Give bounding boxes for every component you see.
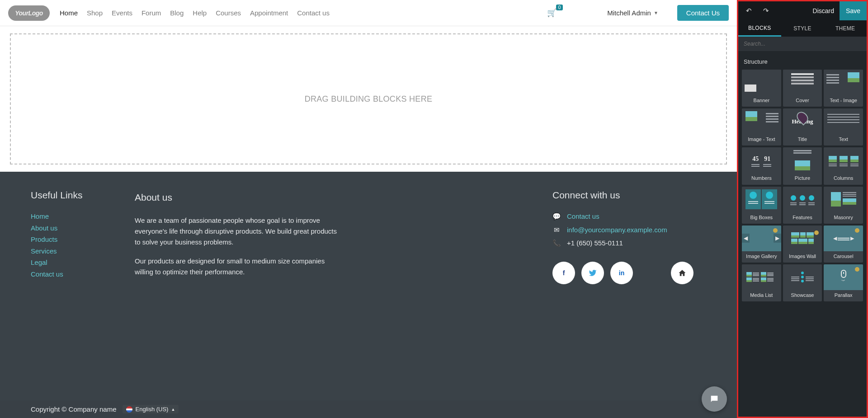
drop-zone[interactable]: DRAG BUILDING BLOCKS HERE (10, 33, 727, 164)
block-thumb (783, 187, 822, 212)
page-footer: Useful Links Home About us Products Serv… (0, 172, 737, 400)
block-thumb (824, 187, 863, 212)
block-images-wall[interactable]: Images Wall (783, 225, 822, 263)
block-text[interactable]: Text (824, 108, 863, 146)
undo-icon[interactable]: ↶ (742, 7, 755, 15)
block-thumb (742, 264, 781, 290)
linkedin-icon[interactable]: in (610, 262, 633, 284)
block-cover[interactable]: Cover (783, 70, 822, 107)
block-picture[interactable]: Picture (783, 147, 822, 184)
nav-shop[interactable]: Shop (87, 9, 103, 17)
cart-badge: 0 (556, 5, 563, 10)
block-banner[interactable]: Banner (742, 70, 781, 107)
block-big-boxes[interactable]: Big Boxes (742, 187, 781, 224)
footer-link-legal[interactable]: Legal (31, 257, 108, 268)
nav-appointment[interactable]: Appointment (250, 9, 288, 17)
footer-link-services[interactable]: Services (31, 245, 108, 257)
footer-link-contact[interactable]: Contact us (31, 268, 108, 280)
caret-up-icon: ▲ (171, 407, 175, 412)
connect-email-link[interactable]: info@yourcompany.example.com (567, 224, 667, 236)
connect-title: Connect with us (552, 190, 706, 201)
block-thumb (783, 264, 822, 290)
block-thumb (824, 108, 863, 134)
about-paragraph-2: Our products are designed for small to m… (135, 256, 343, 277)
redo-icon[interactable]: ↷ (759, 7, 773, 15)
block-grid: Banner Cover Text - Image Image - Text H… (742, 70, 863, 301)
blocks-panel: Structure Banner Cover Text - Image Imag… (738, 51, 867, 417)
language-selector[interactable]: English (US) ▲ (123, 405, 179, 413)
block-columns[interactable]: Columns (824, 147, 863, 184)
editor-sidebar: ↶ ↷ Discard Save BLOCKS STYLE THEME Stru… (737, 0, 868, 418)
discard-button[interactable]: Discard (813, 7, 834, 14)
speech-bubble-icon: 💬 (552, 211, 561, 222)
caret-down-icon: ▼ (654, 10, 658, 15)
block-thumb (824, 147, 863, 173)
block-features[interactable]: Features (783, 187, 822, 224)
envelope-icon: ✉ (552, 224, 561, 236)
block-masonry[interactable]: Masonry (824, 187, 863, 224)
connect-phone: +1 (650) 555-0111 (567, 237, 623, 249)
block-numbers[interactable]: 45 91 Numbers (742, 147, 781, 184)
nav-contactus[interactable]: Contact us (297, 9, 330, 17)
block-search-input[interactable] (738, 37, 867, 51)
tab-theme[interactable]: THEME (824, 20, 867, 37)
tab-style[interactable]: STYLE (781, 20, 824, 37)
block-thumb (783, 147, 822, 173)
nav-links: Home Shop Events Forum Blog Help Courses… (60, 9, 330, 17)
facebook-icon[interactable]: f (552, 262, 575, 284)
contact-us-button[interactable]: Contact Us (677, 5, 729, 21)
block-thumb: 45 91 (742, 147, 781, 173)
block-carousel[interactable]: ◀▶ Carousel (824, 225, 863, 263)
cart-icon[interactable]: 🛒0 (547, 8, 557, 18)
svg-point-2 (715, 398, 716, 399)
nav-home[interactable]: Home (60, 9, 78, 17)
flag-icon (126, 406, 132, 413)
svg-point-0 (712, 398, 713, 399)
user-menu[interactable]: Mitchell Admin ▼ (607, 9, 658, 17)
svg-point-1 (714, 398, 715, 399)
footer-link-products[interactable]: Products (31, 234, 108, 245)
block-image-gallery[interactable]: ◀▶ Image Gallery (742, 225, 781, 263)
nav-forum[interactable]: Forum (142, 9, 161, 17)
nav-courses[interactable]: Courses (216, 9, 241, 17)
block-title[interactable]: Heading Title (783, 108, 822, 146)
block-parallax[interactable]: ︾ Parallax (824, 264, 863, 301)
nav-help[interactable]: Help (193, 9, 207, 17)
block-thumb (742, 70, 781, 95)
tab-blocks[interactable]: BLOCKS (738, 20, 781, 37)
editor-toolbar: ↶ ↷ Discard Save (738, 1, 867, 20)
footer-about: About us We are a team of passionate peo… (135, 190, 343, 387)
block-image-text[interactable]: Image - Text (742, 108, 781, 146)
drop-zone-label: DRAG BUILDING BLOCKS HERE (305, 94, 433, 104)
block-showcase[interactable]: Showcase (783, 264, 822, 301)
twitter-icon[interactable] (581, 262, 604, 284)
block-thumb (742, 108, 781, 134)
block-thumb (783, 70, 822, 95)
block-thumb (742, 187, 781, 212)
about-title: About us (135, 190, 343, 205)
block-thumb: ◀▶ (824, 225, 863, 251)
block-thumb (783, 225, 822, 251)
footer-link-home[interactable]: Home (31, 211, 108, 222)
footer-link-about[interactable]: About us (31, 222, 108, 234)
block-text-image[interactable]: Text - Image (824, 70, 863, 107)
nav-blog[interactable]: Blog (170, 9, 184, 17)
nav-events[interactable]: Events (112, 9, 132, 17)
home-icon[interactable] (671, 262, 693, 284)
page-canvas: DRAG BUILDING BLOCKS HERE (0, 26, 737, 172)
footer-useful-links: Useful Links Home About us Products Serv… (31, 190, 108, 387)
user-name: Mitchell Admin (607, 9, 651, 17)
livechat-button[interactable] (702, 386, 727, 412)
drop-cursor-icon (797, 111, 807, 124)
footer-connect: Connect with us 💬 Contact us ✉ info@your… (552, 190, 706, 387)
connect-contact-link[interactable]: Contact us (567, 211, 599, 222)
section-structure-title: Structure (742, 55, 863, 70)
block-thumb: ︾ (824, 264, 863, 290)
save-button[interactable]: Save (840, 1, 867, 20)
top-navbar: YourLogo Home Shop Events Forum Blog Hel… (0, 0, 737, 26)
social-buttons: f in (552, 262, 706, 284)
block-media-list[interactable]: Media List (742, 264, 781, 301)
site-logo[interactable]: YourLogo (8, 5, 50, 21)
useful-links-title: Useful Links (31, 190, 108, 201)
language-label: English (US) (135, 406, 168, 413)
